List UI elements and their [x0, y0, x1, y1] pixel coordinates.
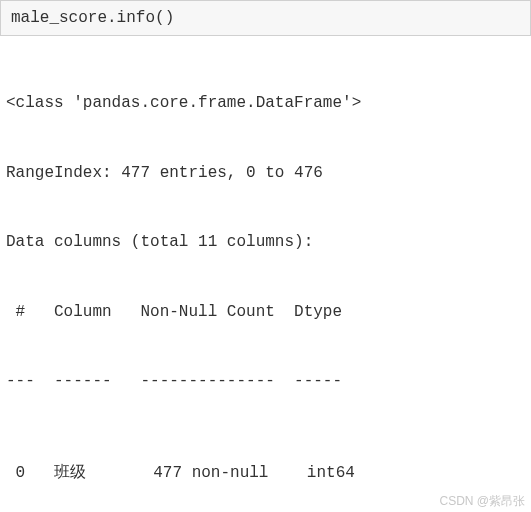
output-header-line: # Column Non-Null Count Dtype: [6, 301, 529, 324]
row-text: 0 班级 477 non-null int64: [6, 464, 355, 482]
code-input-cell[interactable]: male_score.info(): [0, 0, 531, 36]
table-row: 0 班级 477 non-null int64: [6, 462, 529, 485]
output-rangeindex-line: RangeIndex: 477 entries, 0 to 476: [6, 162, 529, 185]
output-block: <class 'pandas.core.frame.DataFrame'> Ra…: [0, 42, 531, 512]
output-datacols-line: Data columns (total 11 columns):: [6, 231, 529, 254]
output-divider-line: --- ------ -------------- -----: [6, 370, 529, 393]
code-text: male_score.info(): [11, 9, 174, 27]
output-class-line: <class 'pandas.core.frame.DataFrame'>: [6, 92, 529, 115]
watermark-text: CSDN @紫昂张: [439, 493, 525, 510]
